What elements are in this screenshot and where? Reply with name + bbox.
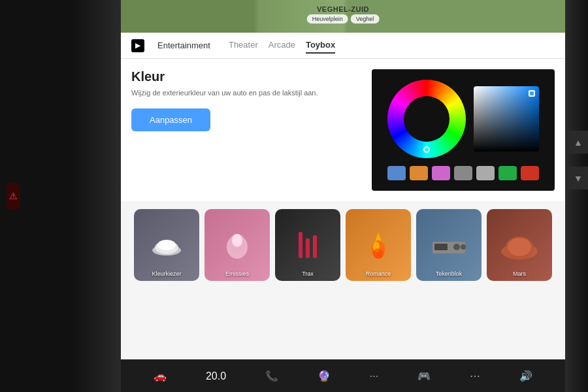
tab-toybox[interactable]: Toybox (306, 37, 335, 54)
logo-icon: ▶ (135, 42, 140, 49)
emissies-label: Emissies (204, 270, 270, 277)
svg-point-16 (461, 244, 466, 250)
swatch-red[interactable] (521, 166, 539, 180)
svg-rect-7 (306, 238, 310, 258)
right-scroll-buttons: ▲ ▼ (568, 131, 588, 189)
app-tile-kleurkiezer[interactable]: Kleurkiezer (134, 209, 199, 281)
left-panel-controls: ⚠ (7, 183, 20, 209)
color-picker-panel (372, 69, 555, 191)
aanpassen-button[interactable]: Aanpassen (131, 108, 210, 131)
taskbar-phone-icon[interactable]: 📞 (265, 370, 278, 382)
swatch-gray[interactable] (454, 166, 472, 180)
kleurkiezer-label: Kleurkiezer (134, 270, 199, 277)
nav-title: Entertainment (157, 41, 210, 50)
svg-point-5 (232, 234, 242, 247)
svg-rect-14 (434, 244, 448, 250)
taskbar-dots-icon[interactable]: ⋯ (470, 370, 480, 382)
taskbar-more-icon[interactable]: ··· (370, 370, 378, 382)
kleurkiezer-icon (150, 232, 183, 258)
taskbar-apps-icon[interactable]: 🎮 (417, 370, 431, 382)
gradient-indicator (529, 90, 535, 97)
romance-icon (362, 229, 395, 261)
apps-grid: Kleurkiezer Emissies (121, 201, 565, 359)
nav-tabs-container: Theater Arcade Toybox (229, 37, 335, 54)
swatch-blue[interactable] (387, 166, 406, 180)
navigation-bar: ▶ Entertainment Theater Arcade Toybox (121, 33, 565, 59)
color-wheel[interactable] (387, 80, 466, 158)
entertainment-logo: ▶ (131, 39, 144, 52)
swatch-green[interactable] (498, 166, 517, 180)
svg-point-19 (508, 238, 531, 256)
color-wheel-indicator (423, 146, 430, 153)
svg-point-12 (373, 248, 384, 259)
app-tile-emissies[interactable]: Emissies (204, 209, 270, 281)
color-wheel-inner (404, 96, 449, 142)
swatch-purple[interactable] (432, 166, 450, 180)
map-pill-veghel[interactable]: Veghel (351, 14, 380, 24)
map-navigation-pills: Heuvelplein Veghel (307, 14, 380, 24)
scroll-up-button[interactable]: ▲ (568, 131, 588, 154)
taskbar-voice-icon[interactable]: 🔮 (318, 370, 331, 382)
map-location-label: VEGHEL-ZUID (317, 5, 369, 13)
swatches-row (387, 166, 539, 180)
svg-rect-6 (299, 232, 302, 258)
mars-icon (500, 229, 539, 261)
color-info: Kleur Wijzig de exterieurkleur van uw au… (131, 69, 361, 191)
svg-point-2 (157, 240, 176, 250)
left-bezel: ⚠ (0, 0, 121, 392)
color-section: Kleur Wijzig de exterieurkleur van uw au… (121, 59, 565, 201)
emissies-icon (221, 229, 253, 261)
app-tile-tekenblok[interactable]: Tekenblok (416, 209, 482, 281)
tab-theater[interactable]: Theater (229, 37, 258, 54)
color-description: Wijzig de exterieurkleur van uw auto en … (131, 88, 361, 98)
trax-label: Trax (275, 270, 340, 277)
taskbar-temperature: 20.0 (206, 370, 226, 382)
svg-rect-8 (313, 235, 317, 258)
color-title: Kleur (131, 69, 361, 84)
romance-label: Romance (346, 270, 411, 277)
trax-icon (295, 229, 321, 261)
right-bezel: ▲ ▼ (565, 0, 588, 392)
tab-arcade[interactable]: Arcade (269, 37, 295, 54)
main-screen: VEGHEL-ZUID Heuvelplein Veghel ▶ Enterta… (121, 0, 565, 359)
tekenblok-label: Tekenblok (416, 270, 482, 277)
map-pill-heuvelplein[interactable]: Heuvelplein (307, 14, 348, 24)
scroll-down-button[interactable]: ▼ (568, 167, 588, 189)
svg-point-15 (453, 244, 460, 250)
taskbar: 🚗 20.0 📞 🔮 ··· 🎮 ⋯ 🔊 (121, 359, 565, 392)
color-wheel-container[interactable] (387, 80, 466, 158)
mars-label: Mars (487, 270, 552, 277)
app-tile-romance[interactable]: Romance (346, 209, 411, 281)
swatch-silver[interactable] (476, 166, 495, 180)
tekenblok-icon (429, 232, 468, 258)
gradient-picker[interactable] (474, 86, 539, 152)
temperature-value: 20.0 (206, 370, 226, 382)
taskbar-volume-icon[interactable]: 🔊 (519, 370, 532, 382)
taskbar-home-icon[interactable]: 🚗 (154, 370, 167, 382)
picker-row (382, 80, 544, 158)
content-area: Kleur Wijzig de exterieurkleur van uw au… (121, 59, 565, 359)
left-warning-indicator: ⚠ (7, 183, 20, 209)
map-strip: VEGHEL-ZUID Heuvelplein Veghel (121, 0, 565, 33)
app-tile-mars[interactable]: Mars (487, 209, 552, 281)
app-tile-trax[interactable]: Trax (275, 209, 340, 281)
swatch-orange[interactable] (410, 166, 428, 180)
svg-marker-9 (375, 232, 382, 242)
